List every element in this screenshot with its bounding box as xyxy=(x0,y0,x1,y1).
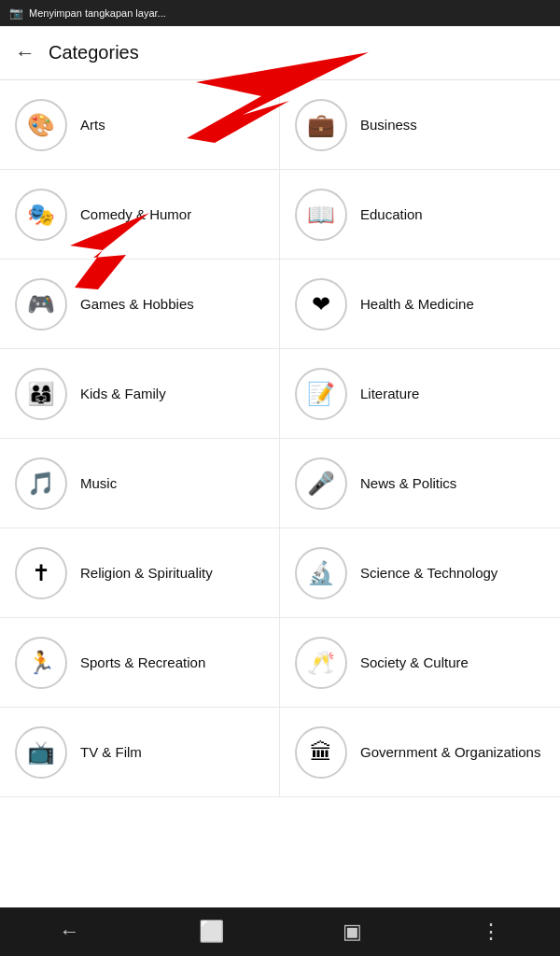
recents-nav-button[interactable]: ▣ xyxy=(343,920,362,944)
kids-label: Kids & Family xyxy=(80,385,166,403)
page-title: Categories xyxy=(49,42,139,63)
category-item-society[interactable]: 🥂Society & Culture xyxy=(280,618,560,708)
status-bar-text: Menyimpan tangkapan layar... xyxy=(29,7,166,19)
education-icon: 📖 xyxy=(295,189,347,241)
category-item-education[interactable]: 📖Education xyxy=(280,170,560,260)
music-icon: 🎵 xyxy=(15,457,67,510)
category-item-comedy[interactable]: 🎭Comedy & Humor xyxy=(0,170,280,260)
sports-label: Sports & Recreation xyxy=(80,654,205,672)
category-item-games[interactable]: 🎮Games & Hobbies xyxy=(0,260,280,349)
science-label: Science & Technology xyxy=(360,564,497,583)
news-label: News & Politics xyxy=(360,474,456,493)
category-item-science[interactable]: 🔬Science & Technology xyxy=(280,528,560,618)
sports-icon: 🏃 xyxy=(15,637,67,689)
category-item-tv[interactable]: 📺TV & Film xyxy=(0,708,280,797)
category-item-religion[interactable]: ✝Religion & Spirituality xyxy=(0,528,280,618)
literature-icon: 📝 xyxy=(295,368,347,420)
category-item-government[interactable]: 🏛Government & Organizations xyxy=(280,708,560,797)
games-label: Games & Hobbies xyxy=(80,295,194,314)
category-item-news[interactable]: 🎤News & Politics xyxy=(280,439,560,528)
religion-icon: ✝ xyxy=(15,547,67,599)
government-icon: 🏛 xyxy=(295,726,347,779)
header: ← Categories xyxy=(0,26,560,80)
arts-label: Arts xyxy=(80,116,105,134)
category-item-literature[interactable]: 📝Literature xyxy=(280,349,560,439)
society-icon: 🥂 xyxy=(295,637,347,689)
government-label: Government & Organizations xyxy=(360,743,540,762)
news-icon: 🎤 xyxy=(295,457,347,510)
category-item-music[interactable]: 🎵Music xyxy=(0,439,280,528)
comedy-label: Comedy & Humor xyxy=(80,205,191,224)
tv-icon: 📺 xyxy=(15,726,67,779)
bottom-nav: ← ⬜ ▣ ⋮ xyxy=(0,907,560,956)
status-icon: 📷 xyxy=(9,7,23,20)
business-icon: 💼 xyxy=(295,99,347,151)
home-nav-button[interactable]: ⬜ xyxy=(199,920,224,944)
categories-grid: 🎨Arts💼Business🎭Comedy & Humor📖Education🎮… xyxy=(0,80,560,797)
health-label: Health & Medicine xyxy=(360,295,474,314)
back-button[interactable]: ← xyxy=(15,41,35,65)
category-item-sports[interactable]: 🏃Sports & Recreation xyxy=(0,618,280,708)
comedy-icon: 🎭 xyxy=(15,189,67,241)
education-label: Education xyxy=(360,205,423,224)
music-label: Music xyxy=(80,474,117,493)
category-item-business[interactable]: 💼Business xyxy=(280,80,560,170)
society-label: Society & Culture xyxy=(360,654,469,672)
science-icon: 🔬 xyxy=(295,547,347,599)
games-icon: 🎮 xyxy=(15,278,67,330)
category-item-arts[interactable]: 🎨Arts xyxy=(0,80,280,170)
menu-nav-button[interactable]: ⋮ xyxy=(481,920,501,944)
health-icon: ❤ xyxy=(295,278,347,330)
category-item-health[interactable]: ❤Health & Medicine xyxy=(280,260,560,349)
kids-icon: 👨‍👩‍👧 xyxy=(15,368,67,420)
arts-icon: 🎨 xyxy=(15,99,67,151)
category-item-kids[interactable]: 👨‍👩‍👧Kids & Family xyxy=(0,349,280,439)
business-label: Business xyxy=(360,116,417,134)
religion-label: Religion & Spirituality xyxy=(80,564,213,583)
status-bar: 📷 Menyimpan tangkapan layar... xyxy=(0,0,560,26)
literature-label: Literature xyxy=(360,385,419,403)
back-nav-button[interactable]: ← xyxy=(60,920,80,944)
tv-label: TV & Film xyxy=(80,743,142,762)
